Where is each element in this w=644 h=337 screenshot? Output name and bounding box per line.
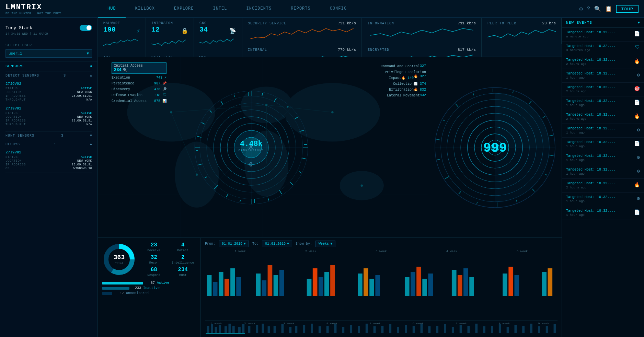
- svg-rect-146: [248, 326, 251, 333]
- credential-access-tactic: Credential Access 875 📊: [112, 99, 166, 103]
- svg-rect-134: [542, 272, 547, 296]
- svg-rect-45: [299, 171, 301, 173]
- logo-sub: BE THE HUNTER | NOT THE PREY: [5, 12, 92, 15]
- show-by-chevron: ▼: [330, 242, 332, 246]
- bar-chart-svg: [205, 255, 557, 299]
- search-icon[interactable]: 🔍: [594, 5, 601, 12]
- internal-value: 779 kb/s: [338, 48, 356, 52]
- top-navigation: LMNTRIX BE THE HUNTER | NOT THE PREY HUD…: [0, 0, 644, 18]
- c6c-stat: C6C 34 📡: [194, 18, 242, 52]
- week-1-label: 1 week: [234, 250, 245, 253]
- event-14[interactable]: Targeted Host: 10.32.... 1 hour ago 📄: [562, 206, 644, 220]
- svg-rect-127: [452, 270, 457, 296]
- malware-icon: ⚡: [137, 27, 140, 34]
- svg-rect-166: [397, 327, 399, 333]
- svg-rect-55: [196, 150, 198, 151]
- user-toggle[interactable]: [80, 25, 92, 31]
- event-13[interactable]: Targeted Host: 10.32.... 1 hour ago ⚙: [562, 193, 644, 206]
- week-3-label: 3 week: [376, 250, 387, 253]
- svg-rect-141: [225, 326, 227, 333]
- svg-rect-180: [507, 327, 509, 333]
- tour-button[interactable]: TOUR: [616, 5, 639, 13]
- settings-icon[interactable]: ⚙: [579, 5, 583, 12]
- hunt-sensors-header[interactable]: HUNT SENSORS 3 ▼: [5, 131, 92, 140]
- nav-intel[interactable]: INTEL: [203, 0, 237, 18]
- sensor-1-location-key: LOCATION: [5, 91, 22, 94]
- user-select[interactable]: user_1 ▼: [5, 49, 92, 58]
- clipboard-icon[interactable]: 📋: [605, 5, 612, 12]
- donut-total: 363: [114, 254, 125, 261]
- mini-timeline[interactable]: 1 week 2 week 3 week 4 week 5 week 6 wee…: [205, 321, 557, 334]
- nav-reports[interactable]: REPORTS: [281, 0, 320, 18]
- main-layout: Tony Stark 14:34:01 WED | 11 MARCH SELEC…: [0, 18, 644, 337]
- event-2[interactable]: Targeted Host: 10.32.... 3 minutes ago 🛡: [562, 42, 644, 55]
- nav-config[interactable]: CONFIG: [320, 0, 356, 18]
- event-8[interactable]: Targeted Host: 10.32.... 1 hour ago ⚙: [562, 124, 644, 138]
- unmonitored-label: Unmonitored: [126, 291, 149, 295]
- initial-access-box: Initial Access 234 🔍: [112, 62, 166, 74]
- security-service-stat: SECURITY SERVICE 731 kb/s: [242, 18, 362, 44]
- decoys-header[interactable]: DECOYS 1 ▲: [5, 140, 92, 148]
- svg-rect-132: [508, 267, 513, 296]
- event-10[interactable]: Targeted Host: 10.32.... 1 hour ago ⚙: [562, 151, 644, 165]
- to-date-input[interactable]: 01.01.2019 ▼: [262, 241, 292, 247]
- intelligence-num: 2: [170, 254, 197, 260]
- from-date-chevron: ▼: [244, 242, 246, 246]
- event-12[interactable]: Targeted Host: 10.32.... 2 hours ago 🔥: [562, 179, 644, 193]
- from-date-input[interactable]: 01.01.2019 ▼: [219, 241, 249, 247]
- nav-killbox[interactable]: KILLBOX: [126, 0, 164, 18]
- svg-rect-150: [274, 326, 276, 333]
- svg-rect-87: [516, 199, 517, 202]
- svg-rect-154: [303, 325, 305, 333]
- event-9[interactable]: Targeted Host: 10.32.... 1 hour ago 📄: [562, 138, 644, 151]
- timeline-controls: From: 01.01.2019 ▼ To: 01.01.2019 ▼ Show…: [205, 241, 557, 247]
- svg-rect-80: [512, 91, 514, 93]
- event-3[interactable]: Targeted Host: 10.32.... 2 hours ago 🔥: [562, 55, 644, 69]
- nav-items: HUD KILLBOX EXPLORE INTEL INCIDENTS REPO…: [98, 0, 574, 18]
- help-icon[interactable]: ?: [587, 6, 590, 12]
- select-user-label: SELECT USER: [5, 44, 92, 47]
- events-filter[interactable]: ▼: [638, 21, 640, 25]
- svg-rect-161: [358, 326, 360, 333]
- event-5[interactable]: Targeted Host: 10.32.... 2 hours ago 🎯: [562, 83, 644, 96]
- nav-incidents[interactable]: INCIDENTS: [237, 0, 281, 18]
- sidebar: Tony Stark 14:34:01 WED | 11 MARCH SELEC…: [0, 18, 98, 337]
- nav-explore[interactable]: EXPLORE: [164, 0, 203, 18]
- svg-rect-123: [411, 272, 415, 296]
- inactive-count: 233: [131, 286, 141, 290]
- event-1[interactable]: Targeted Host: 10.32.... a minute ago 📄: [562, 28, 644, 42]
- svg-rect-168: [413, 326, 415, 333]
- detect-sensors-header[interactable]: DETECT SENSORS 3 ▲: [5, 71, 92, 80]
- event-11[interactable]: Targeted Host: 10.32.... 1 hour ago ⚙: [562, 165, 644, 179]
- show-by-select[interactable]: Weeks ▼: [315, 241, 335, 247]
- deceive-stat: 23 Deceive: [140, 242, 168, 252]
- svg-rect-103: [213, 282, 218, 296]
- svg-rect-182: [522, 326, 525, 333]
- svg-rect-196: [206, 333, 245, 334]
- event-4[interactable]: Targeted Host: 10.32.... 1 hour ago ⚙: [562, 69, 644, 83]
- svg-rect-149: [268, 326, 270, 333]
- event-6[interactable]: Targeted Host: 10.32.... 1 hour ago 📄: [562, 96, 644, 110]
- week-5-label: 5 week: [517, 250, 528, 253]
- svg-rect-110: [268, 265, 273, 296]
- svg-rect-178: [491, 326, 493, 333]
- svg-rect-94: [442, 119, 445, 121]
- svg-rect-82: [542, 116, 545, 118]
- svg-rect-137: [207, 326, 209, 333]
- to-label: To:: [252, 242, 258, 246]
- event-3-time: 2 hours ago: [566, 62, 631, 66]
- sensor-2-throughput-key: THROUGHPUT: [5, 123, 26, 126]
- attack-chain-left: Initial Access 234 🔍 Execution 743 ⚡ Per…: [112, 62, 166, 105]
- svg-rect-57: [201, 122, 205, 124]
- nav-hud[interactable]: HUD: [98, 0, 126, 18]
- event-7[interactable]: Targeted Host: 10.32.... 2 hours ago 🔥: [562, 110, 644, 124]
- decoy-1-id: 27J9V92: [5, 150, 92, 154]
- logo-primary: LMNTRIX: [5, 3, 92, 12]
- svg-rect-151: [281, 324, 284, 333]
- datetime: 14:34:01 WED | 11 MARCH: [5, 32, 92, 36]
- svg-rect-41: [295, 117, 298, 119]
- week-labels: 1 week 2 week 3 week 4 week 5 week: [205, 250, 557, 253]
- donut-total-label: Total: [115, 262, 123, 265]
- recon-num: 32: [140, 254, 168, 260]
- event-2-time: 3 minutes ago: [566, 49, 632, 52]
